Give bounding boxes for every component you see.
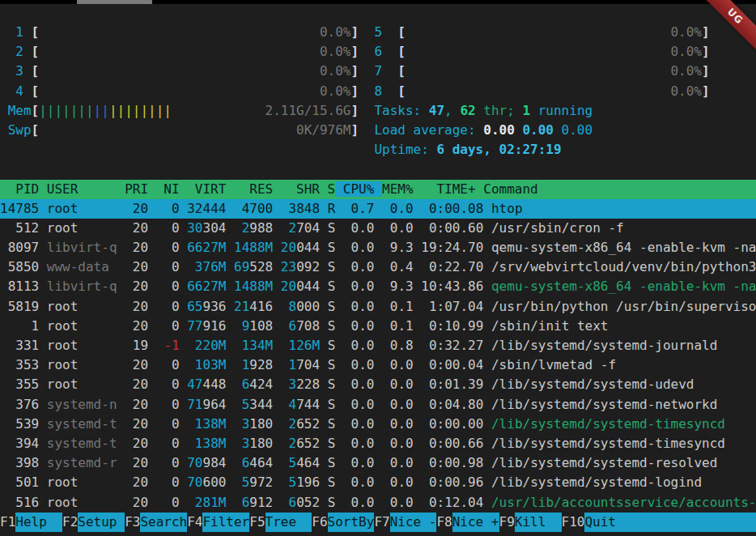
state-cell: S xyxy=(320,436,343,451)
process-row[interactable]: 353 root 20 0 103M 1928 1704 S 0.0 0.0 0… xyxy=(0,355,756,375)
fn-key-filter[interactable]: F4Filter xyxy=(187,513,249,532)
mem-value-head: 77 xyxy=(187,318,202,334)
fn-key-help[interactable]: F1Help xyxy=(0,513,62,532)
process-row[interactable]: 501 root 20 0 70600 5972 5196 S 0.0 0.0 … xyxy=(0,473,756,492)
meter-value: 2.11G/15.6G xyxy=(172,103,351,118)
fn-key-tree[interactable]: F5Tree xyxy=(249,513,312,532)
column-header-pid[interactable]: PID xyxy=(0,181,39,197)
process-row[interactable]: 512 root 20 0 30304 2988 2704 S 0.0 0.0 … xyxy=(0,219,756,238)
process-row[interactable]: 376 systemd-n 20 0 71964 5344 4744 S 0.0… xyxy=(0,395,756,415)
pri-cell: 20 xyxy=(117,220,156,236)
pid-cell: 5850 xyxy=(0,259,39,274)
process-table: PID USER PRI NI VIRT RES SHR S CPU% MEM%… xyxy=(0,180,756,513)
cpu-meter-5-label: 5 xyxy=(374,24,397,40)
state-cell: R xyxy=(320,201,343,216)
mem-value-tail: 228 xyxy=(296,376,320,392)
fn-key-number: F2 xyxy=(62,513,78,532)
cpu-meter-value: 0.0% xyxy=(39,44,350,59)
fn-key-sortby[interactable]: F6SortBy xyxy=(312,513,374,532)
cpu-pct-cell: 0.0 xyxy=(343,357,382,372)
mem-value-tail: 704 xyxy=(296,220,320,236)
fn-key-quit[interactable]: F10Quit xyxy=(562,513,632,532)
column-header-shr[interactable]: SHR xyxy=(273,181,320,197)
fn-key-kill[interactable]: F9Kill xyxy=(499,513,562,532)
pri-cell: 20 xyxy=(117,416,156,432)
pid-cell: 398 xyxy=(0,455,39,470)
fn-key-nice-[interactable]: F8Nice + xyxy=(436,513,499,532)
tasks-running-count: 1 xyxy=(522,103,530,118)
column-header-res[interactable]: RES xyxy=(226,181,273,197)
pri-cell: 20 xyxy=(117,357,156,372)
time-cell: 0:04.80 xyxy=(421,397,491,412)
fn-key-search[interactable]: F3Search xyxy=(125,513,187,532)
mem-value: 103M xyxy=(187,357,226,372)
process-row[interactable]: 8097 libvirt-q 20 0 6627M 1488M 20044 S … xyxy=(0,238,756,257)
mem-value-head: 3 xyxy=(234,416,249,432)
function-key-bar: F1Help F2Setup F3SearchF4FilterF5Tree F6… xyxy=(0,513,756,532)
process-row[interactable]: 539 systemd-t 20 0 138M 3180 2652 S 0.0 … xyxy=(0,415,756,434)
pri-cell: 19 xyxy=(117,338,156,353)
mem-value: 376M xyxy=(187,259,226,274)
user-cell: systemd-n xyxy=(47,397,117,412)
mem-value-head: 5 xyxy=(281,474,296,490)
fn-key-number: F3 xyxy=(125,513,140,532)
mem-value-tail: 704 xyxy=(296,357,320,372)
mem-value-tail: 000 xyxy=(296,299,320,314)
mem-pct-cell: 0.0 xyxy=(382,397,421,412)
pri-cell: 20 xyxy=(117,279,156,294)
process-row[interactable]: 394 systemd-t 20 0 138M 3180 2652 S 0.0 … xyxy=(0,434,756,453)
mem-value-head: 69 xyxy=(234,259,249,274)
cpu-meter-row: 2 [ 0.0%] 6 [ 0.0%] xyxy=(0,42,756,62)
pid-cell: 8097 xyxy=(0,240,39,255)
column-header-time[interactable]: TIME+ xyxy=(414,181,484,197)
column-header-cpu[interactable]: CPU% xyxy=(335,181,382,197)
fn-key-setup[interactable]: F2Setup xyxy=(62,513,125,532)
process-row[interactable]: 331 root 19 -1 220M 134M 126M S 0.0 0.8 … xyxy=(0,336,756,355)
ni-cell: 0 xyxy=(156,299,180,314)
mem-value-tail: 744 xyxy=(296,397,320,412)
mem-pct-cell: 9.3 xyxy=(382,240,421,255)
mem-value: 6627M xyxy=(187,240,226,255)
pid-cell: 501 xyxy=(0,474,39,490)
tasks-count: 47 xyxy=(429,103,444,118)
state-cell: S xyxy=(320,279,343,294)
column-header-mem[interactable]: MEM% xyxy=(382,181,414,197)
swp-meter-and-load-row: Swp[ 0K/976M] Load average: 0.00 0.00 0.… xyxy=(0,121,756,140)
mem-value-head: 6 xyxy=(234,455,249,470)
process-row[interactable]: 8113 libvirt-q 20 0 6627M 1488M 20044 S … xyxy=(0,277,756,296)
mem-value-head: 1 xyxy=(234,357,249,372)
column-header-pri[interactable]: PRI xyxy=(117,181,149,197)
mem-value-head: 32 xyxy=(187,201,202,216)
mem-value-tail: 344 xyxy=(249,397,273,412)
process-row[interactable]: 355 root 20 0 47448 6424 3228 S 0.0 0.0 … xyxy=(0,375,756,394)
mem-value-head: 3 xyxy=(281,201,296,216)
process-row[interactable]: 14785 root 20 0 32444 4700 3848 R 0.7 0.… xyxy=(0,199,756,219)
process-row[interactable]: 5819 root 20 0 65936 21416 8000 S 0.0 0.… xyxy=(0,297,756,317)
pid-cell: 516 xyxy=(0,495,39,510)
fn-key-label: Nice - xyxy=(390,513,437,532)
process-row[interactable]: 5850 www-data 20 0 376M 69528 23092 S 0.… xyxy=(0,257,756,277)
command-cell: /lib/systemd/systemd-resolved xyxy=(491,455,717,470)
process-row[interactable]: 1 root 20 0 77916 9108 6708 S 0.0 0.1 0:… xyxy=(0,317,756,336)
process-row[interactable]: 516 root 20 0 281M 6912 6052 S 0.0 0.0 0… xyxy=(0,493,756,513)
window-tab-fragment[interactable] xyxy=(77,0,152,4)
fn-key-label: Help xyxy=(15,513,62,532)
mem-value-head: 3 xyxy=(281,376,296,392)
cpu-pct-cell: 0.0 xyxy=(343,279,382,294)
command-cell: /sbin/lvmetad -f xyxy=(491,357,616,372)
cpu-meter-value: 0.0% xyxy=(406,83,702,99)
swp-meter-label: Swp xyxy=(0,122,32,138)
process-row[interactable]: 398 systemd-r 20 0 70984 6464 5464 S 0.0… xyxy=(0,453,756,473)
column-header-user[interactable]: USER xyxy=(39,181,117,197)
state-cell: S xyxy=(320,357,343,372)
column-header-command[interactable]: Command xyxy=(483,181,537,197)
mem-pct-cell: 0.0 xyxy=(382,455,421,470)
fn-key-nice-[interactable]: F7Nice - xyxy=(374,513,436,532)
cpu-meter-6-label: 6 xyxy=(374,44,397,59)
mem-value-tail: 984 xyxy=(203,455,227,470)
column-header-s[interactable]: S xyxy=(320,181,335,197)
column-header-ni[interactable]: NI xyxy=(148,181,180,197)
column-header-virt[interactable]: VIRT xyxy=(180,181,227,197)
ni-cell: 0 xyxy=(156,397,180,412)
cpu-meter-row: 3 [ 0.0%] 7 [ 0.0%] xyxy=(0,62,756,81)
